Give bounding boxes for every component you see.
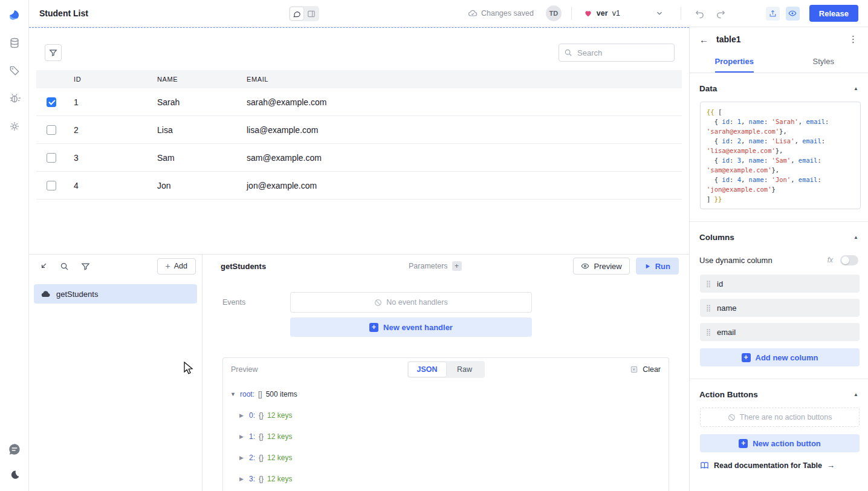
cell-name: Sarah [157, 97, 247, 107]
tree-key: root: [240, 390, 254, 398]
chat-bubble-icon[interactable] [8, 443, 21, 456]
column-item-name[interactable]: ⣿ name [700, 299, 860, 317]
query-editor-header: getStudents Parameters + Preview [202, 255, 689, 278]
clear-response-button[interactable]: Clear [630, 365, 661, 374]
widget-name: table1 [716, 34, 740, 44]
preview-app-button[interactable] [786, 7, 800, 21]
section-actions-title: Action Buttons [699, 390, 758, 399]
json-tree-item-row[interactable]: ▶ 1: {} 12 keys [223, 426, 669, 447]
settings-gear-icon[interactable] [8, 120, 21, 132]
collapse-section-icon[interactable]: ▲ [853, 86, 858, 91]
drag-handle-icon[interactable]: ⣿ [706, 328, 711, 336]
caret-collapsed-icon[interactable]: ▶ [239, 455, 245, 461]
fx-icon[interactable]: fx [828, 256, 833, 264]
column-item-id[interactable]: ⣿ id [700, 275, 860, 293]
table-header-row: ID NAME EMAIL [36, 70, 682, 88]
add-new-column-label: Add new column [756, 353, 818, 362]
share-button[interactable] [766, 7, 780, 21]
section-columns-title: Columns [699, 233, 734, 242]
back-arrow-icon[interactable]: ← [699, 34, 708, 45]
query-run-button[interactable]: Run [636, 258, 679, 275]
json-tree-item-row[interactable]: ▶ 3: {} 12 keys [223, 468, 669, 489]
column-header-name[interactable]: NAME [157, 76, 247, 83]
inspector-panel: ← table1 ⋮ Properties Styles Data ▲ {{ [… [689, 27, 868, 491]
collapse-section-icon[interactable]: ▲ [853, 392, 858, 397]
dark-mode-moon-icon[interactable] [8, 469, 21, 481]
table-row[interactable]: 2 Lisa lisa@example.com [36, 116, 682, 144]
inspector-header: ← table1 ⋮ [690, 27, 868, 51]
section-data-title: Data [699, 84, 717, 93]
new-event-handler-label: New event handler [383, 323, 453, 332]
table-row[interactable]: 3 Sam sam@example.com [36, 144, 682, 172]
drag-handle-icon[interactable]: ⣿ [706, 304, 711, 312]
drag-handle-icon[interactable]: ⣿ [706, 280, 711, 288]
tab-styles[interactable]: Styles [779, 51, 868, 73]
add-new-column-button[interactable]: + Add new column [700, 348, 860, 366]
tree-type: {} [259, 411, 264, 420]
read-documentation-link[interactable]: Read documentation for Table → [700, 461, 860, 470]
undo-icon[interactable] [695, 8, 705, 19]
tab-raw[interactable]: Raw [446, 362, 484, 377]
tab-json[interactable]: JSON [409, 362, 446, 377]
events-label: Events [222, 292, 290, 337]
tab-properties[interactable]: Properties [690, 51, 779, 73]
caret-expanded-icon[interactable]: ▼ [230, 391, 236, 397]
column-header-email[interactable]: EMAIL [247, 76, 682, 83]
json-tree-root-row[interactable]: ▼ root: [] 500 items [223, 384, 669, 405]
json-tree-item-row[interactable]: ▶ 2: {} 12 keys [223, 447, 669, 468]
user-avatar[interactable]: TD [546, 5, 562, 21]
query-item-label: getStudents [56, 290, 98, 299]
resources-icon[interactable] [8, 37, 21, 49]
table-row[interactable]: 1 Sarah sarah@example.com [36, 88, 682, 116]
caret-collapsed-icon[interactable]: ▶ [239, 434, 245, 440]
release-button[interactable]: Release [809, 5, 858, 22]
redo-icon[interactable] [716, 8, 726, 19]
caret-collapsed-icon[interactable]: ▶ [239, 412, 245, 418]
tree-key: 0: [249, 411, 255, 420]
add-parameter-icon[interactable]: + [452, 261, 462, 271]
search-input[interactable] [559, 44, 675, 62]
tree-count: 12 keys [267, 454, 292, 462]
kebab-menu-icon[interactable]: ⋮ [849, 34, 858, 45]
table-filter-button[interactable] [45, 44, 62, 61]
dynamic-column-toggle[interactable] [840, 255, 858, 265]
left-rail [0, 0, 29, 491]
add-query-button[interactable]: + Add [157, 258, 196, 275]
query-list: + Add getStudents [29, 255, 202, 491]
row-checkbox[interactable] [47, 125, 56, 135]
query-list-item-getstudents[interactable]: getStudents [34, 284, 197, 304]
comments-toggle-button[interactable] [290, 7, 303, 20]
cursor-icon[interactable] [39, 262, 48, 271]
dynamic-column-label: Use dynamic column [699, 256, 772, 265]
new-event-handler-button[interactable]: + New event handler [290, 317, 532, 337]
row-checkbox[interactable] [47, 97, 56, 107]
version-value: v1 [612, 9, 620, 18]
caret-collapsed-icon[interactable]: ▶ [239, 476, 245, 482]
tag-icon[interactable] [8, 65, 21, 77]
chevron-down-icon[interactable] [655, 9, 664, 18]
version-selector[interactable]: ver v1 [584, 9, 620, 18]
collapse-section-icon[interactable]: ▲ [853, 235, 858, 240]
canvas-mode-toggle [289, 6, 319, 21]
json-tree-item-row[interactable]: ▶ 0: {} 12 keys [223, 405, 669, 426]
table-widget: ID NAME EMAIL 1 Sarah sarah@example.com … [36, 70, 682, 200]
row-checkbox[interactable] [47, 181, 56, 190]
cloud-saved-icon [468, 8, 478, 18]
parameters-control[interactable]: Parameters + [409, 261, 462, 271]
table-row[interactable]: 4 Jon jon@example.com [36, 172, 682, 200]
app-logo-icon[interactable] [7, 7, 22, 21]
search-queries-icon[interactable] [60, 262, 69, 271]
clear-label: Clear [643, 365, 661, 374]
panel-layout-toggle-button[interactable] [305, 7, 318, 20]
data-code[interactable]: {{ [ { id: 1, name: 'Sarah', email: 'sar… [700, 102, 861, 209]
new-action-button[interactable]: + New action button [700, 434, 860, 452]
column-header-id[interactable]: ID [66, 76, 157, 83]
bug-icon[interactable] [8, 93, 21, 105]
query-preview-button[interactable]: Preview [573, 258, 629, 275]
row-checkbox[interactable] [47, 153, 56, 163]
query-run-label: Run [655, 262, 670, 271]
filter-queries-icon[interactable] [81, 262, 90, 271]
column-item-email[interactable]: ⣿ email [700, 323, 860, 341]
plus-icon: + [739, 439, 748, 448]
history-buttons [695, 8, 726, 19]
